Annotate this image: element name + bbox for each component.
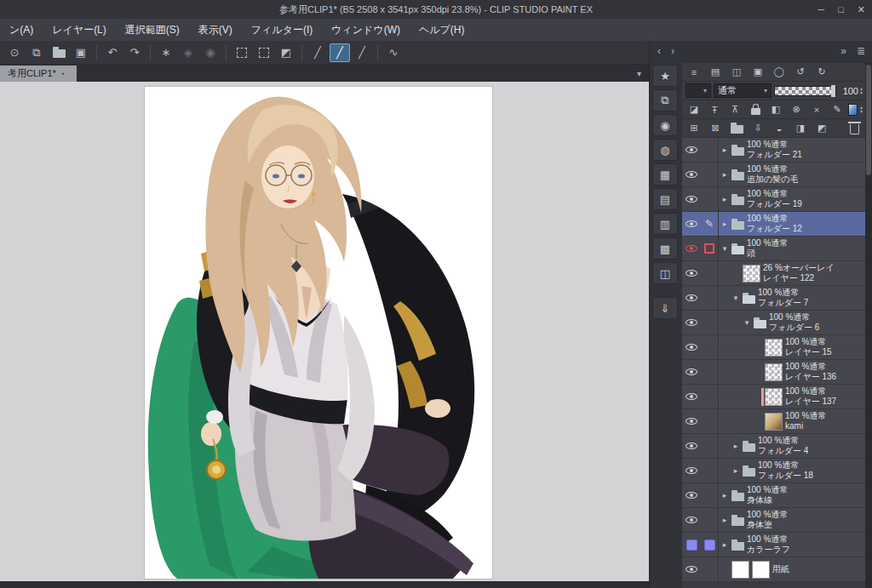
open-file-icon[interactable] [49, 43, 69, 62]
swatch-spinner[interactable]: ▴▾ [860, 106, 863, 114]
layer-row[interactable]: ▸ 100 %通常 フォルダー 19 [682, 187, 866, 212]
layer-visibility-toggle[interactable] [682, 409, 701, 433]
layer-expander-icon[interactable]: ▸ [720, 195, 729, 203]
layer-expander-icon[interactable]: ▾ [731, 294, 740, 302]
layers-scrollbar[interactable] [865, 63, 872, 588]
dialog-palette-icon[interactable]: ◫ [652, 262, 678, 284]
layer-expander-icon[interactable]: ▸ [720, 516, 729, 524]
layer-visibility-toggle[interactable] [682, 237, 701, 260]
layer-row[interactable]: ▸ 100 %通常 身体塗 [682, 508, 866, 533]
layer-visibility-toggle[interactable] [682, 459, 701, 482]
layer-visibility-toggle[interactable] [682, 311, 701, 334]
scrollbar-thumb[interactable] [866, 65, 871, 175]
reference-layer-icon[interactable]: Ŧ [706, 102, 723, 117]
draft-layer-icon[interactable]: ✎ [829, 102, 846, 117]
maximize-button[interactable]: □ [838, 4, 844, 14]
layer-row[interactable]: 100 %通常 レイヤー 137 [682, 385, 866, 409]
grid-palette-icon[interactable]: ▤ [652, 188, 678, 210]
clear-x-icon[interactable]: × [808, 102, 825, 117]
table-palette-icon[interactable]: ▥ [652, 213, 678, 235]
layer-visibility-toggle[interactable] [682, 533, 701, 557]
snap-special-icon[interactable]: ◉ [200, 43, 221, 62]
layer-mask-icon[interactable]: ◨ [792, 121, 809, 135]
layer-expander-icon[interactable]: ▸ [720, 540, 729, 549]
opacity-value[interactable]: 100 ▴▾ [839, 86, 863, 96]
layer-expander-icon[interactable]: ▸ [731, 442, 740, 450]
new-folder-icon[interactable] [728, 121, 745, 135]
rotate-right-icon[interactable]: ↻ [813, 65, 830, 79]
menu-item[interactable]: 選択範囲(S) [116, 19, 189, 41]
layer-visibility-toggle[interactable] [682, 508, 701, 532]
curve-tool-icon[interactable]: ╱ [352, 43, 372, 62]
straight-line-icon[interactable]: ╱ [307, 43, 328, 62]
dock-grip-icon[interactable]: ≣ [857, 45, 865, 57]
minimize-button[interactable]: ─ [818, 4, 824, 14]
snap-ruler-icon[interactable]: ◈ [178, 43, 198, 62]
lock-layer-icon[interactable] [747, 102, 764, 117]
close-button[interactable]: ✕ [858, 4, 865, 15]
layer-expander-icon[interactable]: ▸ [731, 466, 740, 475]
layer-row[interactable]: 100 %通常 レイヤー 136 [682, 360, 866, 385]
clip-at-layer-below-icon[interactable]: ◪ [686, 102, 703, 117]
fill-target-icon[interactable]: ⊗ [788, 102, 805, 117]
smoothing-icon[interactable]: ∿ [383, 43, 404, 62]
opacity-slider[interactable] [774, 86, 836, 96]
save-file-icon[interactable]: ▣ [71, 43, 91, 62]
layer-row[interactable]: 100 %通常 レイヤー 15 [682, 335, 866, 360]
menu-item[interactable]: 表示(V) [189, 19, 242, 41]
dock-collapse-right-icon[interactable]: › [671, 45, 674, 57]
layer-row[interactable]: 26 %オーバーレイ レイヤー 122 [682, 261, 866, 286]
comment-palette-icon[interactable]: ◍ [652, 139, 678, 161]
download-palette-icon[interactable]: ⇓ [652, 297, 678, 319]
layer-visibility-toggle[interactable] [682, 360, 701, 384]
thumbnail-size-icon[interactable]: ▤ [707, 65, 724, 79]
layer-row[interactable]: ▾ 100 %通常 フォルダー 7 [682, 286, 866, 311]
view-mode-icon[interactable]: ◫ [728, 65, 745, 79]
layer-visibility-toggle[interactable] [682, 163, 701, 186]
pin-layer-icon[interactable]: ⊼ [726, 102, 743, 117]
menu-item[interactable]: ウィンドウ(W) [322, 19, 410, 41]
camera-palette-icon[interactable]: ◉ [652, 114, 678, 136]
layer-row[interactable]: ✎ ▸ 100 %通常 フォルダー 12 [682, 212, 866, 237]
layers-stack-palette-icon[interactable]: ⧉ [652, 89, 678, 111]
layer-row[interactable]: 用紙 [682, 557, 866, 582]
layer-color-swatch[interactable] [848, 104, 858, 116]
layer-visibility-toggle[interactable] [682, 286, 701, 310]
dock-expand-icon[interactable]: » [840, 45, 846, 57]
auto-action-palette-icon[interactable]: ★ [652, 65, 678, 87]
pattern-palette-icon[interactable]: ▩ [652, 237, 678, 260]
cube-3d-icon[interactable]: ▣ [749, 65, 766, 79]
new-raster-layer-icon[interactable]: ⊞ [686, 121, 703, 135]
layer-row[interactable]: 100 %通常 kami [682, 409, 866, 434]
merge-down-icon[interactable]: ◒ [771, 121, 788, 135]
layer-expander-icon[interactable]: ▾ [720, 244, 729, 253]
blend-mode-combo[interactable]: 通常 ▾ [714, 83, 772, 98]
layer-row[interactable]: ▾ 100 %通常 フォルダー 6 [682, 311, 866, 335]
layer-expander-icon[interactable]: ▸ [720, 170, 729, 179]
redo-icon[interactable]: ↷ [124, 43, 145, 62]
layer-expander-icon[interactable]: ▸ [720, 220, 729, 228]
new-file-icon[interactable]: ⧉ [26, 43, 47, 62]
layer-visibility-toggle[interactable] [682, 138, 701, 162]
menu-item[interactable]: レイヤー(L) [43, 19, 116, 41]
layer-visibility-toggle[interactable] [682, 335, 701, 359]
layer-expander-icon[interactable]: ▸ [720, 491, 729, 500]
lock-transparency-icon[interactable]: ◧ [767, 102, 784, 117]
dock-collapse-left-icon[interactable]: ‹ [657, 45, 661, 57]
palette-menu-icon[interactable]: ≡ [686, 65, 703, 79]
layer-row[interactable]: ▸ 100 %通常 フォルダー 4 [682, 434, 866, 459]
invert-selection-icon[interactable]: ◩ [276, 43, 296, 62]
menu-item[interactable]: フィルター(I) [242, 19, 322, 41]
palette-color-combo[interactable]: ▾ [686, 83, 711, 98]
tone-grid-palette-icon[interactable]: ▦ [652, 163, 678, 186]
document-tab[interactable]: 考用CLIP1* ▪ [0, 66, 77, 82]
line-tool-icon[interactable]: ╱ [330, 43, 350, 62]
rotate-left-icon[interactable]: ↺ [792, 65, 809, 79]
undo-icon[interactable]: ↶ [102, 43, 123, 62]
layer-visibility-toggle[interactable] [682, 557, 701, 581]
layer-row[interactable]: ▸ 100 %通常 フォルダー 18 [682, 459, 866, 483]
delete-layer-button[interactable] [846, 121, 863, 135]
sphere-3d-icon[interactable]: ◯ [771, 65, 788, 79]
reselect-icon[interactable] [254, 43, 274, 62]
layer-expander-icon[interactable]: ▾ [743, 318, 751, 327]
